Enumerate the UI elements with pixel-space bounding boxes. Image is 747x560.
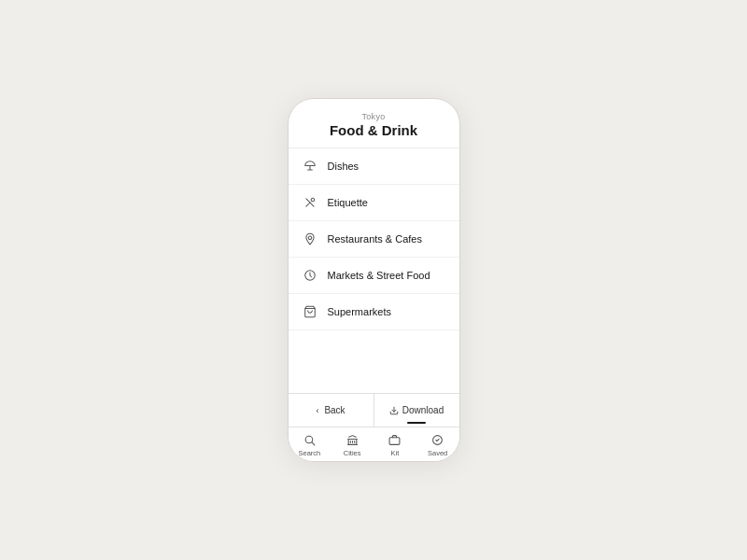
svg-point-2 (308, 236, 312, 240)
menu-item-etiquette[interactable]: Etiquette (289, 185, 459, 221)
tab-cities[interactable]: Cities (331, 432, 374, 457)
tab-kit-label: Kit (390, 449, 399, 457)
markets-icon (302, 267, 318, 284)
dishes-icon (302, 158, 318, 175)
tab-saved-label: Saved (428, 449, 447, 457)
download-button[interactable]: Download (374, 394, 459, 427)
etiquette-icon (302, 194, 318, 211)
menu-item-markets-label: Markets & Street Food (328, 270, 430, 281)
page-title: Food & Drink (303, 122, 444, 138)
menu-item-markets[interactable]: Markets & Street Food (289, 258, 459, 294)
download-label: Download (402, 405, 444, 415)
supermarkets-icon (302, 303, 318, 320)
saved-icon (430, 432, 445, 447)
tab-search-label: Search (298, 449, 320, 457)
menu-item-supermarkets-label: Supermarkets (328, 306, 391, 317)
page-header: Tokyo Food & Drink (289, 99, 459, 148)
cities-icon (345, 432, 359, 447)
menu-item-restaurants-label: Restaurants & Cafes (328, 233, 423, 245)
tab-kit[interactable]: Kit (374, 432, 416, 457)
svg-point-1 (311, 198, 315, 202)
svg-rect-8 (389, 437, 400, 444)
phone-frame: Tokyo Food & Drink Dishes Et (288, 98, 460, 462)
action-bar: ‹ Back Download (289, 393, 459, 427)
search-icon (302, 432, 317, 447)
download-icon (389, 406, 399, 415)
tab-saved[interactable]: Saved (416, 432, 459, 457)
svg-line-7 (312, 441, 315, 444)
menu-list: Dishes Etiquette Restaurants & Cafes (289, 148, 459, 393)
tab-search[interactable]: Search (289, 432, 331, 457)
restaurants-icon (302, 231, 318, 247)
back-chevron-icon: ‹ (316, 406, 318, 415)
menu-item-dishes[interactable]: Dishes (289, 148, 459, 185)
city-label: Tokyo (303, 112, 444, 121)
back-label: Back (324, 405, 345, 415)
menu-item-restaurants[interactable]: Restaurants & Cafes (289, 221, 459, 258)
menu-item-dishes-label: Dishes (328, 161, 359, 172)
menu-item-supermarkets[interactable]: Supermarkets (289, 294, 459, 330)
menu-item-etiquette-label: Etiquette (328, 197, 368, 208)
kit-icon (388, 432, 402, 447)
tab-bar: Search Cities Kit (289, 427, 459, 461)
tab-cities-label: Cities (344, 449, 361, 457)
back-button[interactable]: ‹ Back (289, 394, 374, 427)
